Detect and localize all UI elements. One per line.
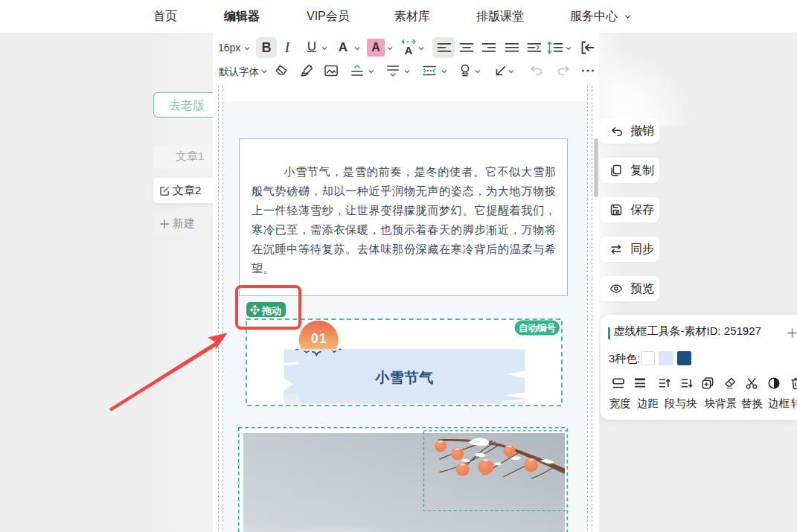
svg-text:小雪节气: 小雪节气 xyxy=(374,370,433,385)
svg-text:自动编号: 自动编号 xyxy=(518,323,556,333)
svg-text:01: 01 xyxy=(311,330,327,345)
